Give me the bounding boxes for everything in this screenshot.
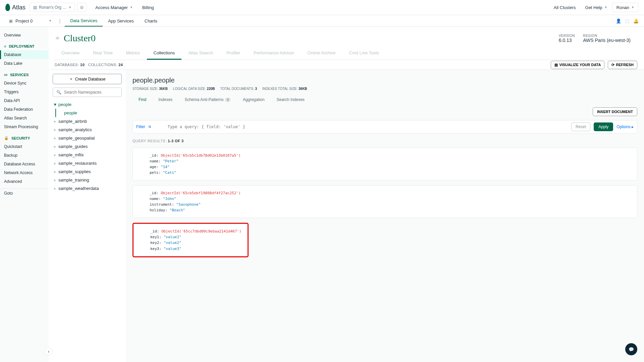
db-item-sample_mflix[interactable]: ▶sample_mflix [53, 151, 122, 159]
org-selector[interactable]: ▤ Ronan's Org … ▼ [30, 3, 75, 12]
sidebar-item-datalake[interactable]: Data Lake [0, 59, 49, 68]
sidebar-item-goto[interactable]: Goto [0, 189, 49, 198]
external-link-icon[interactable]: ⧉ [149, 125, 151, 129]
results-range: 1-3 OF 3 [168, 139, 183, 143]
db-item-sample_guides[interactable]: ▶sample_guides [53, 142, 122, 151]
topbar: Atlas ▤ Ronan's Org … ▼ ⚙ Access Manager… [0, 0, 644, 15]
cluster-tab-overview[interactable]: Overview [55, 47, 86, 60]
tab-data-services[interactable]: Data Services [65, 15, 103, 27]
project-selector[interactable]: ▣ Project 0 ▼ [5, 18, 55, 23]
document-card[interactable]: _id: ObjectId('65cc7dbd00c9ebaa2141d467'… [132, 223, 249, 257]
filter-label[interactable]: Filter [136, 124, 145, 129]
sidebar-item-devicesync[interactable]: Device Sync [0, 79, 49, 88]
triangle-icon: ▶ [54, 178, 56, 182]
caret-down-icon: ▼ [631, 6, 634, 9]
results-label: QUERY RESULTS: [132, 139, 167, 143]
cluster-tab-collections[interactable]: Collections [147, 47, 182, 60]
db-item-sample_airbnb[interactable]: ▶sample_airbnb [53, 117, 122, 125]
doc-tab-indexes[interactable]: Indexes [152, 95, 178, 105]
sidebar: Overview ≡DEPLOYMENT Database Data Lake … [0, 27, 49, 362]
doc-tab-find[interactable]: Find [132, 95, 152, 105]
document-card[interactable]: _id: ObjectId('65cb5c1db78d02e13b0107a5'… [132, 148, 637, 180]
cluster-title: Cluster0 [64, 33, 96, 44]
triangle-icon: ▶ [54, 137, 56, 140]
access-manager-link[interactable]: Access Manager ▼ [91, 5, 138, 10]
db-item-sample_weatherdata[interactable]: ▶sample_weatherdata [53, 184, 122, 193]
create-database-button[interactable]: ＋Create Database [53, 74, 122, 84]
sidebar-item-atlassearch[interactable]: Atlas Search [0, 114, 49, 122]
org-settings-button[interactable]: ⚙ [77, 3, 87, 12]
sidebar-item-quickstart[interactable]: Quickstart [0, 142, 49, 151]
triangle-icon: ▶ [54, 128, 56, 132]
sidebar-item-backup[interactable]: Backup [0, 151, 49, 160]
insert-document-button[interactable]: INSERT DOCUMENT [593, 107, 637, 116]
tab-charts[interactable]: Charts [139, 16, 163, 26]
cluster-tab-realtime[interactable]: Real Time [86, 47, 119, 60]
collection-title: people.people [132, 76, 637, 84]
reset-button[interactable]: Reset [571, 122, 590, 131]
doc-tab-aggregation[interactable]: Aggregation [237, 95, 271, 105]
collections-count: 24 [118, 63, 123, 67]
cluster-tab-atlassearch[interactable]: Atlas Search [181, 47, 220, 60]
get-help-link[interactable]: Get Help ▼ [581, 5, 612, 10]
apply-button[interactable]: Apply [594, 122, 613, 131]
doc-tab-schema[interactable]: Schema Anti-Patterns0 [178, 95, 237, 105]
cluster-tab-cmdline[interactable]: Cmd Line Tools [342, 47, 386, 60]
gear-icon: ⚙ [80, 5, 84, 10]
org-icon: ▤ [33, 5, 37, 10]
cluster-tab-profiler[interactable]: Profiler [220, 47, 247, 60]
db-item-people[interactable]: ▶people [53, 100, 122, 109]
cluster-tabs: Overview Real Time Metrics Collections A… [55, 47, 637, 60]
leaf-icon [5, 4, 10, 11]
cluster-tab-perfadvisor[interactable]: Performance Advisor [247, 47, 301, 60]
cluster-tab-onlinearchive[interactable]: Online Archive [301, 47, 342, 60]
filter-bar: Filter ⧉ Reset Apply Options ▸ [132, 120, 637, 134]
options-link[interactable]: Options ▸ [616, 124, 634, 129]
sidebar-heading-services: ▭SERVICES [0, 70, 49, 79]
search-namespaces-input[interactable] [64, 90, 118, 95]
sidebar-item-datafederation[interactable]: Data Federation [0, 105, 49, 114]
db-item-sample_training[interactable]: ▶sample_training [53, 176, 122, 184]
sidebar-item-overview[interactable]: Overview [0, 31, 49, 40]
activity-icon[interactable]: ⬚ [625, 18, 629, 23]
project-menu-button[interactable]: ⋮ [58, 18, 62, 23]
region-label: REGION [583, 34, 631, 38]
sidebar-heading-security: 🔒SECURITY [0, 134, 49, 142]
sidebar-item-streamprocessing[interactable]: Stream Processing [0, 122, 49, 131]
refresh-button[interactable]: ⟳REFRESH [608, 61, 637, 69]
all-clusters-link[interactable]: All Clusters [549, 5, 581, 10]
db-item-sample_restaurants[interactable]: ▶sample_restaurants [53, 159, 122, 167]
invite-icon[interactable]: 👤 [616, 18, 621, 23]
db-item-sample_geospatial[interactable]: ▶sample_geospatial [53, 134, 122, 142]
billing-link[interactable]: Billing [138, 5, 159, 10]
visualize-button[interactable]: ▥VISUALIZE YOUR DATA [551, 61, 604, 69]
collapse-sidebar-button[interactable]: ‹ [45, 347, 53, 355]
document-card[interactable]: _id: ObjectId('65cb5ebf19808df4f27ac252'… [132, 185, 637, 218]
db-item-sample_analytics[interactable]: ▶sample_analytics [53, 125, 122, 134]
sidebar-item-networkaccess[interactable]: Network Access [0, 168, 49, 177]
sidebar-item-advanced[interactable]: Advanced [0, 177, 49, 186]
filter-input[interactable] [154, 124, 568, 129]
cluster-icon: ⚭ [55, 34, 60, 42]
chevron-right-icon: ▸ [632, 124, 634, 129]
plus-icon: ＋ [69, 76, 73, 82]
bell-icon[interactable]: 🔔 [633, 18, 639, 23]
chat-fab[interactable]: 💬 [625, 343, 637, 355]
chevron-left-icon: ‹ [48, 349, 49, 354]
cluster-tab-metrics[interactable]: Metrics [119, 47, 147, 60]
sidebar-item-database[interactable]: Database [0, 50, 49, 59]
user-menu[interactable]: Ronan ▼ [612, 3, 639, 12]
databases-label: DATABASES: [55, 63, 79, 67]
logo[interactable]: Atlas [5, 4, 25, 11]
tab-app-services[interactable]: App Services [103, 16, 139, 26]
schema-badge: 0 [225, 98, 231, 102]
sidebar-item-dataapi[interactable]: Data API [0, 96, 49, 105]
doc-tab-searchindexes[interactable]: Search Indexes [271, 95, 311, 105]
collections-label: COLLECTIONS: [88, 63, 117, 67]
db-item-sample_supplies[interactable]: ▶sample_supplies [53, 167, 122, 176]
search-namespaces[interactable]: 🔍 [53, 88, 122, 97]
collection-item-people[interactable]: people [55, 109, 122, 117]
sidebar-item-triggers[interactable]: Triggers [0, 88, 49, 96]
sidebar-item-dbaccess[interactable]: Database Access [0, 160, 49, 168]
triangle-icon: ▶ [54, 170, 56, 173]
